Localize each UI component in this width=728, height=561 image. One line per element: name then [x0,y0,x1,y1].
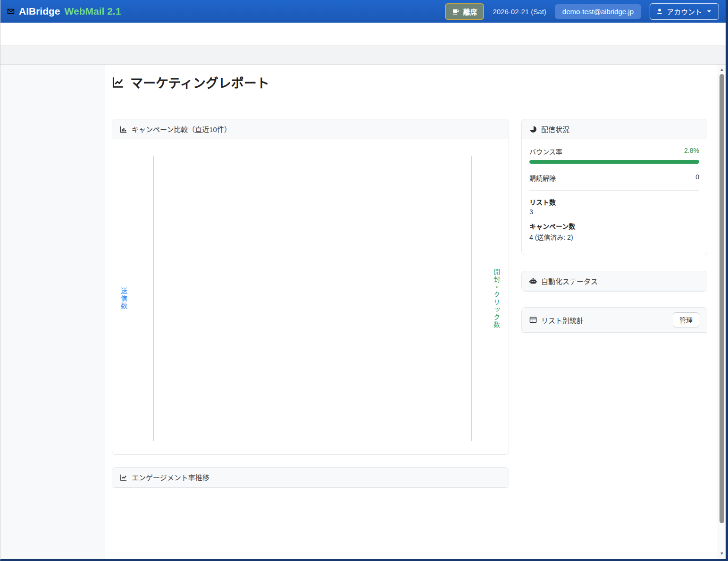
caret-down-icon [705,8,713,15]
topbar-right: 離席 2026-02-21 (Sat) demo-test@aibridge.j… [445,3,719,20]
account-label: アカウント [667,7,702,17]
scroll-down-arrow[interactable]: ▼ [718,550,726,557]
bounce-rate-bar-fill [529,160,699,164]
account-menu-button[interactable]: アカウント [650,3,719,20]
top-header: AIBridge WebMail 2.1 離席 2026-02-21 (Sat)… [0,0,726,23]
delivery-status-panel: 配信状況 バウンス率 2.8% 購読解除 [521,119,707,255]
app-window: AIBridge WebMail 2.1 離席 2026-02-21 (Sat)… [0,0,728,561]
left-axis-label: 送信数 [119,287,128,310]
app-title: AIBridge [19,6,60,17]
vertical-scrollbar[interactable]: ▲ ▼ [718,65,726,559]
main-content: マーケティングレポート キャンペーン比較（直近10件） 送信数 開封・クリック数 [105,65,718,561]
list-stats-header: リスト別統計 管理 [522,308,707,333]
right-axis-label: 開封・クリック数 [492,268,501,329]
user-email[interactable]: demo-test@aibridge.jp [555,4,641,19]
automation-status-title: 自動化ステータス [541,276,598,286]
manage-lists-button[interactable]: 管理 [673,312,699,327]
robot-icon [529,277,537,285]
scroll-up-arrow[interactable]: ▲ [718,66,726,73]
toolbar [0,46,726,65]
scrollbar-thumb[interactable] [720,74,724,523]
delivery-status-header: 配信状況 [522,119,707,139]
delivery-status-title: 配信状況 [541,124,569,134]
chart-line-icon [120,474,127,481]
coffee-icon [452,8,460,15]
list-stats-panel: リスト別統計 管理 [521,307,707,333]
app-version: WebMail 2.1 [65,6,121,17]
unsubscribe-label: 購読解除 [529,173,556,183]
list-count-value: 3 [529,208,699,216]
campaign-chart-panel: キャンペーン比較（直近10件） 送信数 開封・クリック数 [112,119,509,455]
sidebar [0,65,105,561]
list-count-label: リスト数 [529,197,699,207]
bounce-rate-label: バウンス率 [529,147,562,156]
unsubscribe-value: 0 [695,173,699,183]
campaign-chart: 送信数 開封・クリック数 [112,139,509,454]
engagement-header: エンゲージメント率推移 [112,468,509,487]
page-title-text: マーケティングレポート [130,73,269,92]
campaign-chart-header: キャンペーン比較（直近10件） [112,119,509,139]
automation-status-header: 自動化ステータス [522,271,707,291]
list-stats-title: リスト別統計 [541,315,584,325]
away-status-label: 離席 [463,7,477,17]
bounce-rate-bar [529,160,699,164]
campaign-count-value: 4 (送信済み: 2) [529,232,699,242]
campaign-count-label: キャンペーン数 [529,221,699,231]
bar-chart-icon [120,126,127,133]
automation-status-panel: 自動化ステータス [521,271,707,292]
engagement-title: エンゲージメント率推移 [132,472,209,482]
person-icon [656,8,663,15]
chart-plot [153,156,472,441]
page-title: マーケティングレポート [112,73,707,92]
bounce-rate-value: 2.8% [684,147,699,156]
divider [529,190,699,191]
current-date: 2026-02-21 (Sat) [493,8,546,16]
away-status-button[interactable]: 離席 [445,3,484,20]
pie-chart-icon [529,126,537,133]
engagement-panel: エンゲージメント率推移 [112,467,509,488]
chart-line-icon [112,76,125,89]
mail-logo-icon [7,8,15,15]
main-menu [0,23,726,46]
list-icon [529,316,537,324]
campaign-chart-title: キャンペーン比較（直近10件） [132,124,231,134]
